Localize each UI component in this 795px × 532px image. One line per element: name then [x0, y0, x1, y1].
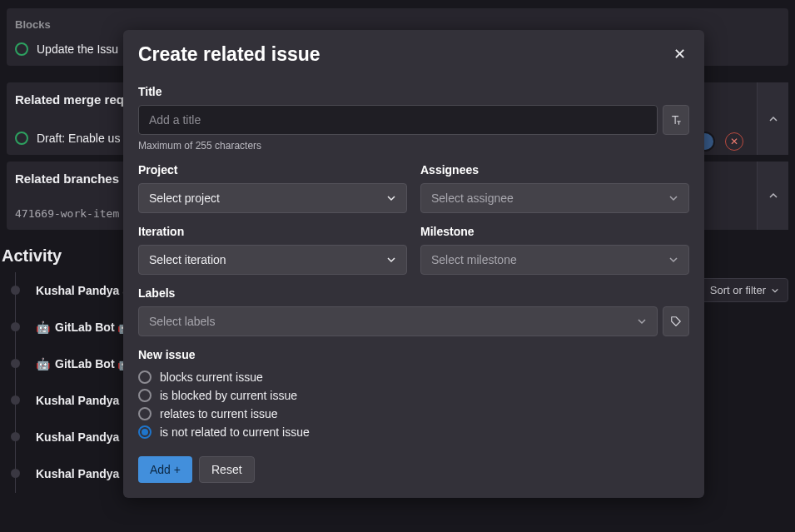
radio-label: is not related to current issue [160, 425, 310, 439]
radio-icon [138, 389, 152, 402]
radio-icon [138, 370, 152, 384]
text-format-icon [670, 114, 682, 126]
modal-title: Create related issue [138, 43, 320, 66]
add-button[interactable]: Add + [138, 456, 192, 483]
project-select[interactable]: Select project [138, 183, 407, 213]
milestone-select[interactable]: Select milestone [420, 245, 689, 275]
status-open-icon [15, 42, 28, 56]
chevron-down-icon [386, 255, 396, 265]
modal-actions: Add + Reset [138, 456, 689, 483]
new-issue-label: New issue [138, 348, 689, 361]
title-help-text: Maximum of 255 characters [138, 140, 689, 152]
create-related-issue-modal: Create related issue ✕ Title Maximum of … [123, 30, 704, 498]
chevron-down-icon [668, 193, 678, 203]
remove-icon[interactable]: ✕ [725, 132, 743, 151]
collapse-toggle[interactable] [757, 162, 788, 230]
radio-label: blocks current issue [160, 370, 263, 384]
chevron-up-icon [768, 191, 778, 201]
blocks-heading: Blocks [15, 18, 780, 31]
radio-label: is blocked by current issue [160, 389, 297, 402]
project-label: Project [138, 163, 407, 177]
branch-name: 471669-work-item [15, 207, 119, 220]
modal-header: Create related issue ✕ [123, 30, 704, 73]
milestone-value: Select milestone [431, 253, 517, 266]
radio-label: relates to current issue [160, 407, 278, 420]
assignees-select[interactable]: Select assignee [420, 183, 689, 213]
radio-icon [138, 407, 152, 420]
iteration-value: Select iteration [149, 253, 226, 266]
radio-icon [138, 425, 152, 439]
radio-blocked-by[interactable]: is blocked by current issue [138, 386, 689, 405]
blocks-item-title: Update the Issu [37, 42, 118, 56]
mr-item-title: Draft: Enable us [37, 132, 120, 145]
modal-body: Title Maximum of 255 characters Project … [123, 73, 704, 498]
reset-button[interactable]: Reset [199, 456, 255, 483]
assignees-label: Assignees [420, 163, 689, 177]
chevron-down-icon [637, 316, 647, 326]
radio-not-related[interactable]: is not related to current issue [138, 423, 689, 441]
assignees-value: Select assignee [431, 191, 514, 205]
close-button[interactable]: ✕ [670, 42, 689, 67]
tag-icon [670, 316, 682, 327]
milestone-label: Milestone [420, 225, 689, 238]
project-value: Select project [149, 191, 220, 205]
iteration-label: Iteration [138, 225, 407, 238]
radio-blocks[interactable]: blocks current issue [138, 368, 689, 386]
relation-radio-group: blocks current issue is blocked by curre… [138, 368, 689, 441]
chevron-up-icon [768, 114, 778, 124]
close-icon: ✕ [673, 46, 686, 62]
labels-value: Select labels [149, 315, 215, 328]
iteration-select[interactable]: Select iteration [138, 245, 407, 275]
labels-label: Labels [138, 286, 689, 300]
labels-select[interactable]: Select labels [138, 306, 658, 336]
collapse-toggle[interactable] [757, 82, 788, 155]
mr-open-icon [15, 132, 28, 145]
labels-manage-button[interactable] [663, 306, 689, 336]
title-input[interactable] [138, 105, 658, 135]
chevron-down-icon [668, 255, 678, 265]
text-format-button[interactable] [663, 105, 689, 135]
title-label: Title [138, 85, 689, 98]
radio-relates[interactable]: relates to current issue [138, 405, 689, 423]
chevron-down-icon [386, 193, 396, 203]
